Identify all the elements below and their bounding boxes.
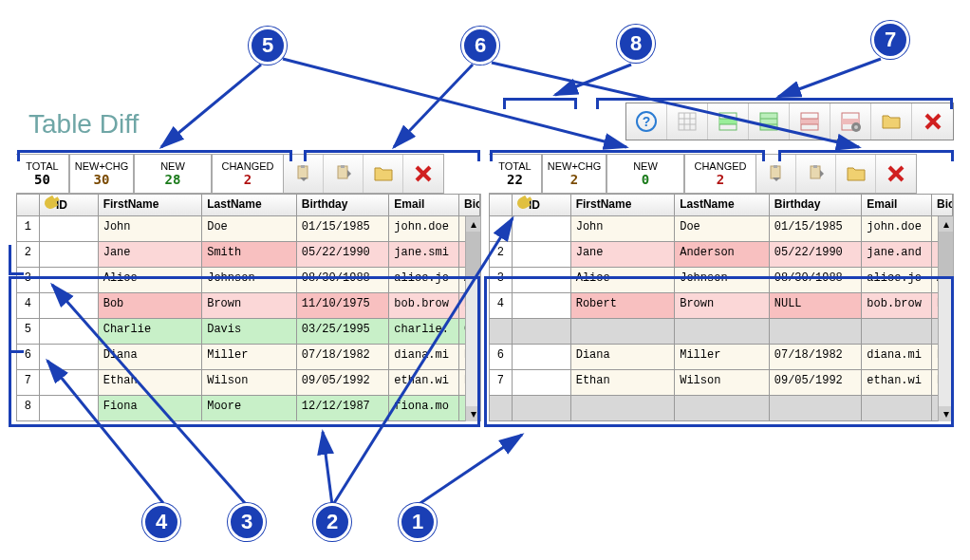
table-row[interactable]: 3AliceJohnson08/30/1988alice.joAl [16,268,480,293]
col-bio[interactable]: Bio [932,194,953,216]
cell-ln[interactable]: Anderson [675,242,770,268]
cell-bd[interactable]: 12/12/1987 [297,396,390,421]
col-rownum[interactable] [16,194,40,216]
cell-ln[interactable]: Davis [202,319,297,345]
cell-ln[interactable]: Johnson [202,268,297,293]
cell-bd[interactable] [770,319,863,345]
cell-n[interactable]: 2 [489,242,513,268]
cell-id[interactable] [40,216,99,242]
cell-ln[interactable] [675,396,770,421]
cell-fn[interactable] [571,319,676,345]
cell-em[interactable]: fiona.mo [389,396,459,421]
cell-bd[interactable]: 08/30/1988 [297,268,390,293]
grid-red-gear-button[interactable] [830,103,871,140]
folder-button[interactable] [871,103,912,140]
cell-bd[interactable]: 09/05/1992 [770,370,863,396]
cell-n[interactable]: 6 [16,345,40,370]
col-id[interactable]: ID [40,194,99,216]
table-row[interactable]: 2JaneSmith05/22/1990jane.smiJa [16,242,480,268]
cell-fn[interactable]: Bob [99,293,203,319]
cell-n[interactable]: 2 [16,242,40,268]
cell-ln[interactable]: Miller [202,345,297,370]
cell-ln[interactable]: Wilson [675,370,770,396]
cell-em[interactable]: charlie. [389,319,459,345]
cell-id[interactable] [513,345,571,370]
cell-id[interactable] [40,370,99,396]
grid-green-button[interactable] [708,103,749,140]
table-row[interactable]: 6DianaMiller07/18/1982diana.miDi [16,345,480,370]
cell-ln[interactable] [675,319,770,345]
close-button[interactable] [876,155,916,193]
cell-n[interactable]: 7 [489,370,513,396]
folder-button[interactable] [364,155,403,193]
cell-em[interactable]: alice.jo [389,268,459,293]
table-row[interactable]: 2JaneAnderson05/22/1990jane.andJa [489,242,953,268]
cell-em[interactable]: jane.smi [389,242,459,268]
cell-id[interactable] [513,268,571,293]
cell-n[interactable]: 3 [489,268,513,293]
cell-id[interactable] [513,216,571,242]
grid-blank-button[interactable] [667,103,708,140]
cell-bd[interactable]: 07/18/1982 [297,345,390,370]
cell-id[interactable] [513,293,571,319]
cell-ln[interactable]: Johnson [675,268,770,293]
grid-red-button[interactable] [790,103,830,140]
cell-fn[interactable]: Charlie [99,319,203,345]
cell-em[interactable]: ethan.wi [862,370,932,396]
table-row[interactable]: JohnDoe01/15/1985john.doeJo [489,216,953,242]
cell-bd[interactable]: 09/05/1992 [297,370,390,396]
col-email[interactable]: Email [862,194,932,216]
cell-em[interactable]: alice.jo [862,268,932,293]
table-row[interactable]: 4RobertBrownNULLbob.browBo [489,293,953,319]
cell-n[interactable]: 5 [16,319,40,345]
cell-bd[interactable]: 05/22/1990 [297,242,390,268]
table-row[interactable] [489,396,953,421]
cell-fn[interactable]: Jane [99,242,203,268]
cell-em[interactable]: bob.brow [862,293,932,319]
cell-id[interactable] [40,268,99,293]
cell-em[interactable]: bob.brow [389,293,459,319]
cell-bd[interactable]: 11/10/1975 [297,293,390,319]
col-lastname[interactable]: LastName [202,194,297,216]
table-row[interactable]: 7EthanWilson09/05/1992ethan.wiEt [489,370,953,396]
cell-id[interactable] [513,242,571,268]
col-firstname[interactable]: FirstName [571,194,676,216]
cell-bd[interactable] [770,396,863,421]
col-id[interactable]: ID [513,194,571,216]
folder-button[interactable] [836,155,876,193]
cell-n[interactable]: 7 [16,370,40,396]
table-row[interactable]: 8FionaMoore12/12/1987fiona.moFi [16,396,480,421]
cell-fn[interactable]: Alice [99,268,203,293]
cell-id[interactable] [40,396,99,421]
cell-id[interactable] [40,293,99,319]
cell-ln[interactable]: Smith [202,242,297,268]
close-button[interactable] [912,103,953,140]
cell-bd[interactable]: 03/25/1995 [297,319,390,345]
copy-left-button[interactable] [756,155,796,193]
cell-n[interactable]: 4 [489,293,513,319]
cell-bd[interactable]: 01/15/1985 [770,216,863,242]
cell-fn[interactable]: Robert [571,293,676,319]
cell-ln[interactable]: Moore [202,396,297,421]
cell-em[interactable]: john.doe [862,216,932,242]
col-birthday[interactable]: Birthday [770,194,863,216]
cell-n[interactable]: 6 [489,345,513,370]
close-button[interactable] [403,155,443,193]
table-row[interactable]: 1JohnDoe01/15/1985john.doeJo [16,216,480,242]
scrollbar[interactable]: ▴▾ [465,216,480,421]
col-rownum[interactable] [489,194,513,216]
cell-ln[interactable]: Doe [675,216,770,242]
col-lastname[interactable]: LastName [675,194,770,216]
col-firstname[interactable]: FirstName [99,194,203,216]
cell-id[interactable] [513,370,571,396]
cell-n[interactable] [489,319,513,345]
scrollbar[interactable]: ▴▾ [938,216,953,421]
cell-n[interactable] [489,216,513,242]
table-row[interactable]: 4BobBrown11/10/1975bob.browBo [16,293,480,319]
cell-fn[interactable]: John [571,216,676,242]
left-grid[interactable]: ID FirstName LastName Birthday Email Bio… [16,194,481,421]
cell-n[interactable]: 4 [16,293,40,319]
cell-bd[interactable]: NULL [770,293,863,319]
cell-n[interactable]: 3 [16,268,40,293]
table-row[interactable]: 6DianaMiller07/18/1982diana.miDi [489,345,953,370]
